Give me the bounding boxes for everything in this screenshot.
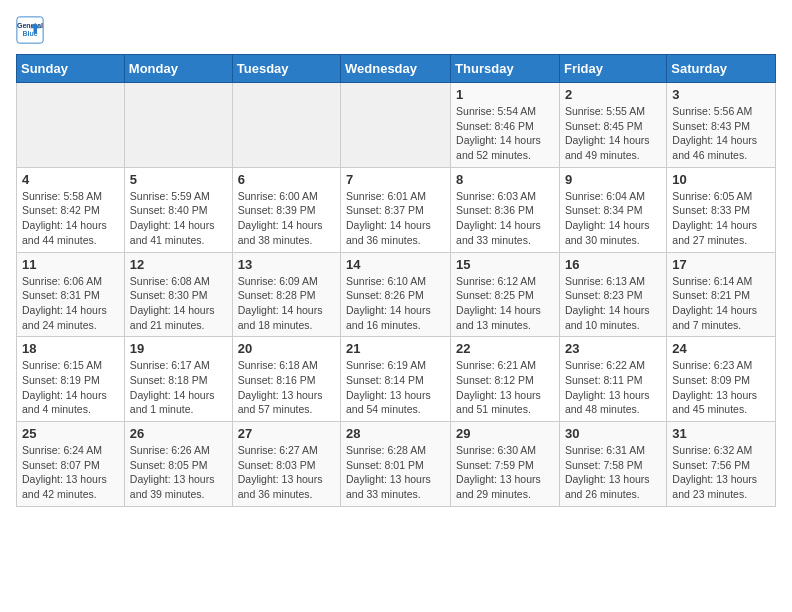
calendar-cell: 1Sunrise: 5:54 AM Sunset: 8:46 PM Daylig… (451, 83, 560, 168)
day-number: 6 (238, 172, 335, 187)
day-number: 29 (456, 426, 554, 441)
calendar-cell: 18Sunrise: 6:15 AM Sunset: 8:19 PM Dayli… (17, 337, 125, 422)
day-number: 25 (22, 426, 119, 441)
day-info: Sunrise: 6:19 AM Sunset: 8:14 PM Dayligh… (346, 358, 445, 417)
day-number: 11 (22, 257, 119, 272)
day-info: Sunrise: 5:54 AM Sunset: 8:46 PM Dayligh… (456, 104, 554, 163)
logo-icon: General Blue (16, 16, 44, 44)
day-number: 14 (346, 257, 445, 272)
calendar-cell: 24Sunrise: 6:23 AM Sunset: 8:09 PM Dayli… (667, 337, 776, 422)
calendar-cell: 9Sunrise: 6:04 AM Sunset: 8:34 PM Daylig… (559, 167, 666, 252)
day-info: Sunrise: 5:59 AM Sunset: 8:40 PM Dayligh… (130, 189, 227, 248)
calendar-cell: 26Sunrise: 6:26 AM Sunset: 8:05 PM Dayli… (124, 422, 232, 507)
calendar-cell: 16Sunrise: 6:13 AM Sunset: 8:23 PM Dayli… (559, 252, 666, 337)
calendar-cell: 14Sunrise: 6:10 AM Sunset: 8:26 PM Dayli… (341, 252, 451, 337)
day-info: Sunrise: 6:22 AM Sunset: 8:11 PM Dayligh… (565, 358, 661, 417)
day-number: 8 (456, 172, 554, 187)
calendar-cell: 8Sunrise: 6:03 AM Sunset: 8:36 PM Daylig… (451, 167, 560, 252)
week-row-4: 18Sunrise: 6:15 AM Sunset: 8:19 PM Dayli… (17, 337, 776, 422)
day-number: 18 (22, 341, 119, 356)
calendar-cell: 28Sunrise: 6:28 AM Sunset: 8:01 PM Dayli… (341, 422, 451, 507)
day-info: Sunrise: 6:23 AM Sunset: 8:09 PM Dayligh… (672, 358, 770, 417)
day-number: 4 (22, 172, 119, 187)
calendar-cell (17, 83, 125, 168)
day-number: 12 (130, 257, 227, 272)
day-info: Sunrise: 6:17 AM Sunset: 8:18 PM Dayligh… (130, 358, 227, 417)
day-number: 23 (565, 341, 661, 356)
day-header-wednesday: Wednesday (341, 55, 451, 83)
day-number: 22 (456, 341, 554, 356)
calendar-cell: 27Sunrise: 6:27 AM Sunset: 8:03 PM Dayli… (232, 422, 340, 507)
calendar-cell: 5Sunrise: 5:59 AM Sunset: 8:40 PM Daylig… (124, 167, 232, 252)
day-info: Sunrise: 6:08 AM Sunset: 8:30 PM Dayligh… (130, 274, 227, 333)
day-info: Sunrise: 6:00 AM Sunset: 8:39 PM Dayligh… (238, 189, 335, 248)
header: General Blue (16, 16, 776, 44)
day-number: 17 (672, 257, 770, 272)
day-info: Sunrise: 6:06 AM Sunset: 8:31 PM Dayligh… (22, 274, 119, 333)
day-info: Sunrise: 6:12 AM Sunset: 8:25 PM Dayligh… (456, 274, 554, 333)
day-header-friday: Friday (559, 55, 666, 83)
calendar-cell (232, 83, 340, 168)
calendar-cell: 3Sunrise: 5:56 AM Sunset: 8:43 PM Daylig… (667, 83, 776, 168)
day-number: 28 (346, 426, 445, 441)
day-info: Sunrise: 6:10 AM Sunset: 8:26 PM Dayligh… (346, 274, 445, 333)
day-info: Sunrise: 6:31 AM Sunset: 7:58 PM Dayligh… (565, 443, 661, 502)
day-number: 13 (238, 257, 335, 272)
day-header-sunday: Sunday (17, 55, 125, 83)
calendar-cell: 22Sunrise: 6:21 AM Sunset: 8:12 PM Dayli… (451, 337, 560, 422)
calendar-cell: 30Sunrise: 6:31 AM Sunset: 7:58 PM Dayli… (559, 422, 666, 507)
week-row-3: 11Sunrise: 6:06 AM Sunset: 8:31 PM Dayli… (17, 252, 776, 337)
calendar-cell: 23Sunrise: 6:22 AM Sunset: 8:11 PM Dayli… (559, 337, 666, 422)
day-info: Sunrise: 6:21 AM Sunset: 8:12 PM Dayligh… (456, 358, 554, 417)
calendar-cell: 10Sunrise: 6:05 AM Sunset: 8:33 PM Dayli… (667, 167, 776, 252)
day-info: Sunrise: 6:32 AM Sunset: 7:56 PM Dayligh… (672, 443, 770, 502)
day-number: 5 (130, 172, 227, 187)
day-number: 26 (130, 426, 227, 441)
day-info: Sunrise: 6:26 AM Sunset: 8:05 PM Dayligh… (130, 443, 227, 502)
calendar-cell: 19Sunrise: 6:17 AM Sunset: 8:18 PM Dayli… (124, 337, 232, 422)
day-info: Sunrise: 5:55 AM Sunset: 8:45 PM Dayligh… (565, 104, 661, 163)
calendar: SundayMondayTuesdayWednesdayThursdayFrid… (16, 54, 776, 507)
day-header-thursday: Thursday (451, 55, 560, 83)
calendar-cell: 20Sunrise: 6:18 AM Sunset: 8:16 PM Dayli… (232, 337, 340, 422)
calendar-cell: 29Sunrise: 6:30 AM Sunset: 7:59 PM Dayli… (451, 422, 560, 507)
calendar-cell: 13Sunrise: 6:09 AM Sunset: 8:28 PM Dayli… (232, 252, 340, 337)
day-header-tuesday: Tuesday (232, 55, 340, 83)
day-number: 24 (672, 341, 770, 356)
calendar-cell: 6Sunrise: 6:00 AM Sunset: 8:39 PM Daylig… (232, 167, 340, 252)
calendar-header: SundayMondayTuesdayWednesdayThursdayFrid… (17, 55, 776, 83)
calendar-cell: 11Sunrise: 6:06 AM Sunset: 8:31 PM Dayli… (17, 252, 125, 337)
day-info: Sunrise: 6:05 AM Sunset: 8:33 PM Dayligh… (672, 189, 770, 248)
day-info: Sunrise: 6:03 AM Sunset: 8:36 PM Dayligh… (456, 189, 554, 248)
calendar-body: 1Sunrise: 5:54 AM Sunset: 8:46 PM Daylig… (17, 83, 776, 507)
day-header-saturday: Saturday (667, 55, 776, 83)
day-number: 10 (672, 172, 770, 187)
day-number: 30 (565, 426, 661, 441)
day-number: 27 (238, 426, 335, 441)
day-number: 21 (346, 341, 445, 356)
calendar-cell: 25Sunrise: 6:24 AM Sunset: 8:07 PM Dayli… (17, 422, 125, 507)
day-number: 1 (456, 87, 554, 102)
calendar-cell: 31Sunrise: 6:32 AM Sunset: 7:56 PM Dayli… (667, 422, 776, 507)
day-info: Sunrise: 5:58 AM Sunset: 8:42 PM Dayligh… (22, 189, 119, 248)
day-info: Sunrise: 6:27 AM Sunset: 8:03 PM Dayligh… (238, 443, 335, 502)
day-number: 19 (130, 341, 227, 356)
logo: General Blue (16, 16, 48, 44)
day-info: Sunrise: 6:24 AM Sunset: 8:07 PM Dayligh… (22, 443, 119, 502)
day-info: Sunrise: 6:15 AM Sunset: 8:19 PM Dayligh… (22, 358, 119, 417)
day-number: 15 (456, 257, 554, 272)
calendar-cell: 12Sunrise: 6:08 AM Sunset: 8:30 PM Dayli… (124, 252, 232, 337)
day-info: Sunrise: 6:09 AM Sunset: 8:28 PM Dayligh… (238, 274, 335, 333)
day-info: Sunrise: 6:28 AM Sunset: 8:01 PM Dayligh… (346, 443, 445, 502)
page: General Blue SundayMondayTuesdayWednesda… (0, 0, 792, 517)
calendar-cell: 21Sunrise: 6:19 AM Sunset: 8:14 PM Dayli… (341, 337, 451, 422)
day-number: 16 (565, 257, 661, 272)
day-header-monday: Monday (124, 55, 232, 83)
calendar-cell: 4Sunrise: 5:58 AM Sunset: 8:42 PM Daylig… (17, 167, 125, 252)
day-info: Sunrise: 6:13 AM Sunset: 8:23 PM Dayligh… (565, 274, 661, 333)
calendar-cell (341, 83, 451, 168)
calendar-cell: 15Sunrise: 6:12 AM Sunset: 8:25 PM Dayli… (451, 252, 560, 337)
day-info: Sunrise: 6:01 AM Sunset: 8:37 PM Dayligh… (346, 189, 445, 248)
day-number: 2 (565, 87, 661, 102)
calendar-cell (124, 83, 232, 168)
